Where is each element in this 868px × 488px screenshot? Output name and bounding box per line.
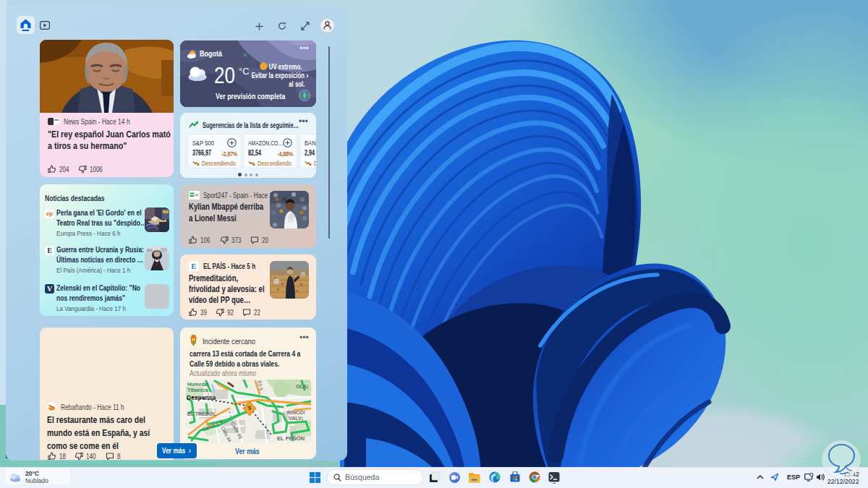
svg-text:Despensa: Despensa	[187, 394, 216, 401]
svg-text:Tibanica: Tibanica	[187, 388, 208, 393]
svg-text:Humedal: Humedal	[187, 382, 209, 387]
svg-text:VALV¡: VALV¡	[289, 416, 303, 421]
svg-text:OLA¡: OLA¡	[296, 384, 308, 389]
svg-text:RINCÓ!: RINCÓ!	[287, 409, 305, 415]
svg-text:EL PEÑÓN: EL PEÑÓN	[277, 435, 305, 442]
svg-text:EL TRÉBOL: EL TRÉBOL	[187, 411, 216, 416]
